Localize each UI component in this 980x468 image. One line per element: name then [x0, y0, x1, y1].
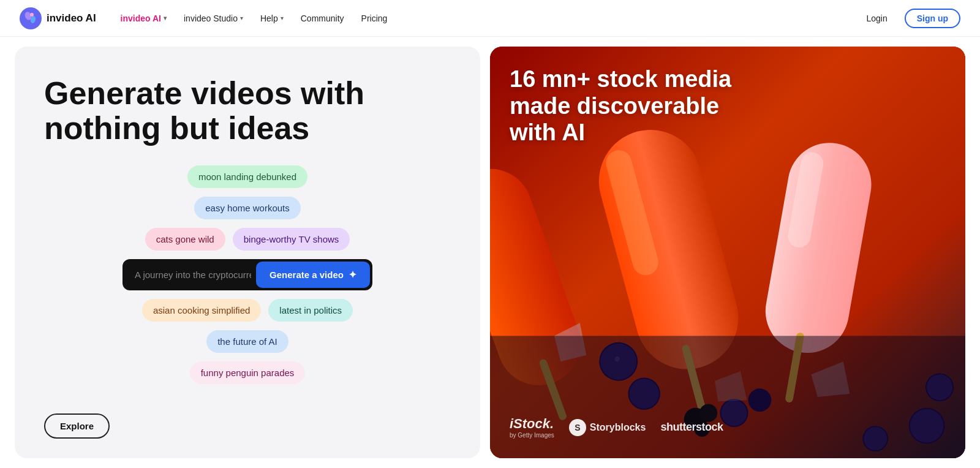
tag-politics[interactable]: latest in politics	[268, 299, 353, 322]
tag-penguins[interactable]: funny penguin parades	[190, 361, 306, 384]
tag-row-4: asian cooking simplified latest in polit…	[142, 299, 353, 322]
tag-row-1: moon landing debunked	[187, 165, 307, 188]
nav-item-help[interactable]: Help ▾	[253, 10, 291, 27]
nav-item-studio[interactable]: invideo Studio ▾	[176, 10, 251, 27]
tags-area: moon landing debunked easy home workouts…	[44, 165, 451, 394]
logo-text: invideo AI	[47, 12, 96, 25]
explore-button[interactable]: Explore	[44, 413, 110, 439]
tag-asian-cooking[interactable]: asian cooking simplified	[142, 299, 261, 322]
signup-button[interactable]: Sign up	[905, 9, 960, 28]
nav-item-invideo-ai[interactable]: invideo AI ▾	[113, 10, 174, 27]
nav-item-community[interactable]: Community	[293, 10, 352, 27]
input-bar: Generate a video ✦	[123, 259, 372, 290]
nav-links: invideo AI ▾ invideo Studio ▾ Help ▾ Com…	[113, 10, 859, 27]
nav-item-pricing[interactable]: Pricing	[354, 10, 395, 27]
main-content: Generate videos with nothing but ideas m…	[0, 37, 980, 468]
tag-easy-workouts[interactable]: easy home workouts	[194, 197, 301, 219]
tag-moon-landing[interactable]: moon landing debunked	[187, 165, 307, 188]
hero-title: Generate videos with nothing but ideas	[44, 76, 412, 146]
chevron-down-icon: ▾	[164, 15, 167, 21]
logo-icon	[20, 7, 42, 29]
tag-future-ai[interactable]: the future of AI	[206, 330, 288, 353]
right-panel-overlay: 16 mn+ stock media made discoverable wit…	[490, 47, 965, 458]
shutterstock-logo: shutterstock	[660, 421, 723, 434]
right-panel: 16 mn+ stock media made discoverable wit…	[490, 47, 965, 458]
nav-right: Login Sign up	[859, 9, 960, 28]
tag-row-5: the future of AI	[206, 330, 288, 353]
left-panel: Generate videos with nothing but ideas m…	[15, 47, 480, 458]
tag-cats[interactable]: cats gone wild	[145, 228, 225, 251]
storyblocks-logo: S Storyblocks	[569, 419, 646, 436]
generate-video-button[interactable]: Generate a video ✦	[256, 262, 370, 288]
right-panel-headline: 16 mn+ stock media made discoverable wit…	[510, 66, 767, 146]
stock-logos: iStock. by Getty Images S Storyblocks sh…	[510, 416, 946, 439]
tag-row-2: easy home workouts	[194, 197, 301, 219]
chevron-down-icon: ▾	[240, 15, 243, 21]
video-prompt-input[interactable]	[135, 270, 251, 280]
tag-row-6: funny penguin parades	[190, 361, 306, 384]
sparkle-icon: ✦	[349, 269, 356, 281]
tag-tv-shows[interactable]: binge-worthy TV shows	[233, 228, 350, 251]
tag-row-3: cats gone wild binge-worthy TV shows	[145, 228, 350, 251]
login-button[interactable]: Login	[859, 10, 894, 27]
logo-link[interactable]: invideo AI	[20, 7, 96, 29]
svg-point-3	[30, 13, 34, 17]
chevron-down-icon: ▾	[281, 15, 284, 21]
navbar: invideo AI invideo AI ▾ invideo Studio ▾…	[0, 0, 980, 37]
istock-logo: iStock. by Getty Images	[510, 416, 554, 439]
